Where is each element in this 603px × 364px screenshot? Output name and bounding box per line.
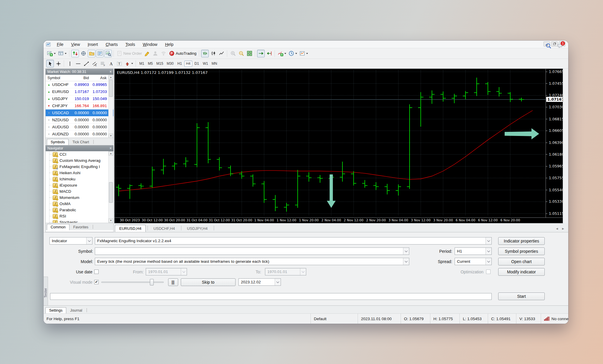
model-select[interactable]: Every tick (the most precise method base… <box>95 258 409 265</box>
cursor-button[interactable] <box>46 60 54 67</box>
symbol-row-usdjpy[interactable]: ▲USDJPY150.019150.049 <box>46 95 113 102</box>
visual-speed-slider[interactable] <box>101 278 164 286</box>
tab-common[interactable]: Common <box>47 224 69 230</box>
autotrading-button[interactable]: AutoTrading <box>168 50 197 57</box>
menu-tools[interactable]: Tools <box>122 41 139 48</box>
symbol-combo[interactable] <box>95 247 409 255</box>
symbol-row-chfjpy[interactable]: ▼CHFJPY166.764166.891 <box>46 102 113 109</box>
navigator-item-momentum[interactable]: ƒMomentum <box>46 195 113 201</box>
navigator-item-custom-moving-averag[interactable]: ƒCustom Moving Averag <box>46 157 113 164</box>
indicator-properties-button[interactable]: Indicator properties <box>498 237 545 245</box>
chevron-down-icon[interactable] <box>486 248 491 255</box>
trendline-button[interactable] <box>82 60 90 67</box>
scroll-up-icon[interactable]: ▲ <box>109 151 113 156</box>
chart-tab-usdchf-h4[interactable]: USDCHF,H4 <box>149 225 179 232</box>
period-button-m15[interactable]: M15 <box>155 61 165 67</box>
navigator-item-parabolic[interactable]: ƒParabolic <box>46 207 113 213</box>
chart-canvas[interactable]: 1.076651.074551.072401.070301.068151.066… <box>115 69 563 223</box>
menu-insert[interactable]: Insert <box>84 41 102 48</box>
period-button-d1[interactable]: D1 <box>193 61 201 67</box>
column-header-symbol[interactable]: Symbol <box>46 75 73 81</box>
period-button-h4[interactable]: H4 <box>184 61 192 67</box>
line-chart-button[interactable] <box>218 50 225 57</box>
menu-charts[interactable]: Charts <box>102 41 122 48</box>
navigator-item-heiken-ashi[interactable]: ƒHeiken Ashi <box>46 170 113 176</box>
skip-date-combo[interactable]: 2023.12.02 <box>238 278 281 286</box>
dropdown-caret-icon[interactable] <box>284 53 286 54</box>
text-label-button[interactable]: T <box>115 60 123 67</box>
scroll-down-icon[interactable]: ▼ <box>109 218 113 223</box>
chevron-down-icon[interactable] <box>275 279 281 285</box>
chevron-down-icon[interactable] <box>403 258 409 265</box>
navigator-item-stochastic[interactable]: ƒStochastic <box>46 219 113 223</box>
navigator-item-fxmagnetic-engulfing-i[interactable]: ƒFxMagnetic Engulfing I <box>46 164 113 170</box>
chart-tab-usdjpy-h4[interactable]: USDJPY,H4 <box>183 225 212 232</box>
notifications-button[interactable]: 1 <box>556 42 564 49</box>
templates-button[interactable] <box>299 50 309 57</box>
scroll-down-icon[interactable]: ▼ <box>109 134 113 138</box>
tester-side-tab[interactable]: Tester <box>44 277 48 309</box>
start-button[interactable]: Start <box>498 292 545 300</box>
tab-symbols[interactable]: Symbols <box>47 139 69 145</box>
chevron-down-icon[interactable] <box>86 237 92 244</box>
symbol-row-nzdusd[interactable]: ●NZDUSD0.000000.00000 <box>46 117 113 124</box>
tester-type-select[interactable]: Indicator <box>49 237 92 245</box>
bar-chart-button[interactable] <box>201 50 209 57</box>
dropdown-caret-icon[interactable] <box>131 63 133 64</box>
crosshair-button[interactable] <box>54 60 62 67</box>
symbol-row-usdcad[interactable]: ●USDCAD0.000000.00000 <box>46 109 113 117</box>
close-icon[interactable]: × <box>110 146 112 150</box>
tab-favorites[interactable]: Favorites <box>69 224 92 230</box>
market-watch-button[interactable] <box>71 50 79 57</box>
market-watch-scrollbar[interactable]: ▲ ▼ <box>108 75 113 138</box>
close-icon[interactable]: × <box>110 70 112 74</box>
scroll-up-icon[interactable]: ▲ <box>109 75 113 79</box>
strategy-tester-button[interactable] <box>104 50 112 57</box>
period-button-m5[interactable]: M5 <box>146 61 154 67</box>
period-button-w1[interactable]: W1 <box>201 61 210 67</box>
text-button[interactable]: A <box>107 60 115 67</box>
fibonacci-button[interactable]: F <box>99 60 107 67</box>
chart-tab-eurusd-h4[interactable]: EURUSD,H4 <box>115 225 146 232</box>
navigator-button[interactable] <box>88 50 95 57</box>
spread-select[interactable]: Current <box>455 258 492 265</box>
tab-tick-chart[interactable]: Tick Chart <box>69 139 93 145</box>
tester-tab-settings[interactable]: Settings <box>45 307 66 313</box>
period-button-h1[interactable]: H1 <box>176 61 184 67</box>
dropdown-caret-icon[interactable] <box>54 53 56 54</box>
status-profile[interactable]: Default <box>311 314 358 324</box>
menu-help[interactable]: Help <box>161 41 177 48</box>
navigator-item-cci[interactable]: ƒCCI <box>46 151 113 157</box>
horizontal-line-button[interactable] <box>74 60 82 67</box>
period-button-m1[interactable]: M1 <box>138 61 146 67</box>
slider-thumb[interactable] <box>150 279 154 285</box>
data-window-button[interactable] <box>79 50 87 57</box>
skip-to-button[interactable]: Skip to <box>181 278 236 286</box>
pause-button[interactable]: || <box>168 278 178 286</box>
column-header-ask[interactable]: Ask <box>91 75 108 81</box>
tab-scroll-left-icon[interactable]: ◀ <box>556 227 558 230</box>
auto-scroll-button[interactable] <box>257 50 265 57</box>
period-button-mn[interactable]: MN <box>210 61 219 67</box>
use-date-checkbox[interactable] <box>94 270 99 274</box>
periods-button[interactable] <box>288 50 298 57</box>
symbol-properties-button[interactable]: Symbol properties <box>498 247 545 255</box>
tester-tab-journal[interactable]: Journal <box>66 307 86 313</box>
symbol-row-eurusd[interactable]: ▲EURUSD1.071671.07203 <box>46 88 113 95</box>
vertical-line-button[interactable] <box>66 60 74 67</box>
menu-view[interactable]: View <box>67 41 84 48</box>
modify-indicator-button[interactable]: Modify indicator <box>498 268 545 276</box>
symbol-row-usdchf[interactable]: ▲USDCHF0.899030.89965 <box>46 81 113 88</box>
navigator-item-iexposure[interactable]: ƒiExposure <box>46 182 113 188</box>
chevron-down-icon[interactable] <box>403 248 409 255</box>
price-chart[interactable]: 1.076651.074551.072401.070301.068151.066… <box>114 69 563 223</box>
scrollbar-thumb[interactable] <box>109 80 113 97</box>
symbol-row-audusd[interactable]: ●AUDUSD0.000000.00000 <box>46 124 113 131</box>
new-chart-button[interactable] <box>46 50 57 57</box>
tab-scroll-right-icon[interactable]: ▶ <box>562 227 564 230</box>
navigator-item-osma[interactable]: ƒOsMA <box>46 201 113 207</box>
menu-file[interactable]: File <box>53 41 67 48</box>
slider-track[interactable] <box>101 282 164 283</box>
equidistant-channel-button[interactable]: E <box>91 60 98 67</box>
period-button-m30[interactable]: M30 <box>165 61 175 67</box>
